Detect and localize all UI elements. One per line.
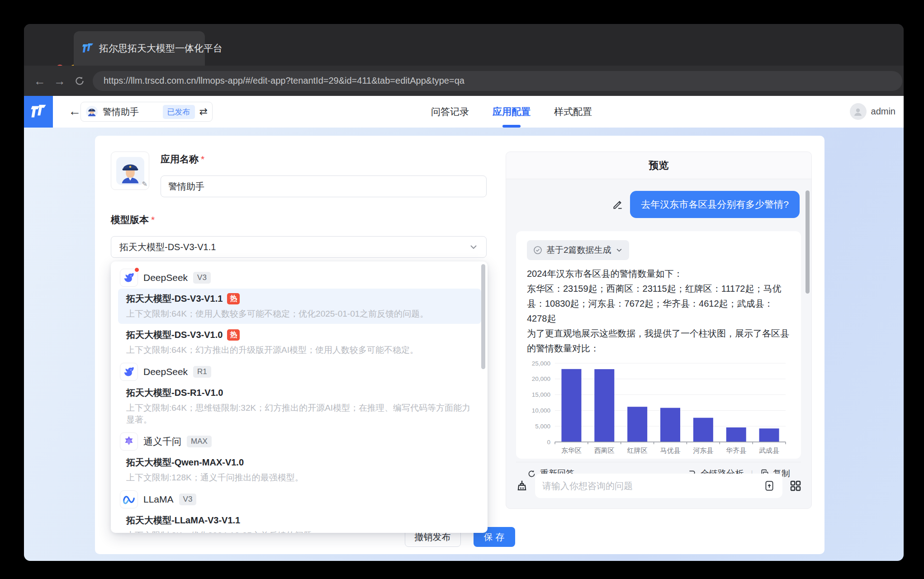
- svg-text:河东县: 河东县: [693, 446, 713, 454]
- user-menu[interactable]: admin: [850, 103, 896, 120]
- deepseek-icon: [120, 363, 138, 381]
- app-name-input[interactable]: [161, 176, 487, 197]
- tab-样式配置[interactable]: 样式配置: [554, 96, 592, 128]
- bar-chart: 05,00010,00015,00020,00025,000东华区西蔺区红牌区马…: [527, 358, 790, 461]
- app-header: ← 警情助手 已发布 ⇄ 问答记录应用配置样式配置 admin: [24, 96, 904, 128]
- forward-icon[interactable]: →: [54, 75, 66, 87]
- user-message-bubble: 去年汉东市各区县分别有多少警情?: [630, 191, 800, 218]
- model-option[interactable]: 拓天大模型-DS-R1-V1.0上下文限制:64K；思维链限制:32K；幻方推出…: [118, 383, 481, 430]
- address-bar[interactable]: https://llm.trscd.com.cn/llmops-app/#/ed…: [93, 71, 902, 91]
- browser-window: 拓尔思拓天大模型一体化平台 ← → https://llm.trscd.com.…: [24, 24, 904, 561]
- header-tabs: 问答记录应用配置样式配置: [431, 96, 592, 128]
- status-badge: 已发布: [163, 105, 195, 119]
- preview-title: 预览: [506, 152, 811, 179]
- source-pill[interactable]: 基于2篇数据生成: [527, 240, 629, 260]
- back-arrow-icon[interactable]: ←: [68, 104, 81, 119]
- chat-input[interactable]: 请输入你想咨询的问题: [535, 474, 782, 498]
- preview-panel: 预览 去年汉东市各区县分别有多少警情? 基: [506, 152, 812, 509]
- assistant-message-card: 基于2篇数据生成 2024年汉东市各区县的警情数量如下：东华区：23159起；西…: [516, 231, 801, 459]
- tab-问答记录[interactable]: 问答记录: [431, 96, 469, 128]
- chevron-down-icon: [616, 247, 623, 254]
- browser-tab[interactable]: 拓尔思拓天大模型一体化平台: [74, 31, 205, 66]
- svg-text:20,000: 20,000: [532, 375, 550, 382]
- svg-text:25,000: 25,000: [532, 360, 550, 367]
- provider-name: 通义千问: [143, 435, 181, 448]
- deepseek-icon: [120, 269, 138, 287]
- svg-text:东华区: 东华区: [561, 446, 582, 454]
- chevron-down-icon: [469, 242, 478, 252]
- app-logo[interactable]: [24, 96, 53, 128]
- svg-text:5,000: 5,000: [535, 423, 550, 430]
- provider-name: DeepSeek: [143, 366, 188, 377]
- provider-version-badge: R1: [193, 366, 211, 378]
- svg-text:华齐县: 华齐县: [725, 446, 746, 454]
- check-circle-icon: [533, 246, 542, 255]
- provider-version-badge: MAX: [187, 436, 212, 447]
- model-group-header: DeepSeekR1: [116, 361, 483, 383]
- app-avatar-upload[interactable]: ✎: [111, 152, 149, 190]
- svg-text:15,000: 15,000: [532, 391, 550, 398]
- app-selector[interactable]: 警情助手 已发布 ⇄: [81, 102, 213, 122]
- model-select[interactable]: 拓天大模型-DS-V3-V1.1: [111, 236, 487, 258]
- bar-武成县: [759, 428, 779, 442]
- main-area: ✎ 应用名称* 模型版本* 拓天大模型-DS-V3-V1.1 DeepSeekV…: [24, 128, 904, 561]
- app-name: 警情助手: [103, 106, 158, 118]
- bar-马优县: [660, 408, 680, 442]
- bar-华齐县: [726, 427, 746, 442]
- upload-file-icon[interactable]: [763, 480, 775, 492]
- provider-version-badge: V3: [193, 272, 211, 284]
- model-version-label: 模型版本*: [111, 214, 155, 226]
- config-card: ✎ 应用名称* 模型版本* 拓天大模型-DS-V3-V1.1 DeepSeekV…: [95, 136, 824, 554]
- notification-dot: [134, 267, 140, 273]
- svg-text:10,000: 10,000: [532, 407, 550, 414]
- model-option[interactable]: 拓天大模型-DS-V3-V1.0热上下文限制:64K；幻方推出的升级版开源AI模…: [118, 325, 481, 360]
- tab-应用配置[interactable]: 应用配置: [493, 96, 531, 128]
- qwen-icon: [120, 432, 138, 451]
- apps-grid-icon[interactable]: [789, 479, 802, 493]
- bar-河东县: [693, 418, 713, 442]
- model-dropdown-list: DeepSeekV3拓天大模型-DS-V3-V1.1热上下文限制:64K；使用人…: [116, 267, 483, 533]
- browser-toolbar: ← → https://llm.trscd.com.cn/llmops-app/…: [24, 66, 904, 96]
- edit-question-icon[interactable]: [612, 199, 624, 210]
- model-select-value: 拓天大模型-DS-V3-V1.1: [119, 241, 216, 253]
- model-option[interactable]: 拓天大模型-Qwen-MAX-V1.0上下文限制:128K；通义千问推出的最强模…: [118, 452, 481, 488]
- back-icon[interactable]: ←: [34, 75, 46, 87]
- divider: [516, 462, 801, 462]
- svg-text:武成县: 武成县: [759, 446, 779, 454]
- favicon-logo-icon: [82, 43, 94, 54]
- police-avatar-large-icon: [116, 157, 144, 185]
- dropdown-scrollbar[interactable]: [481, 264, 485, 369]
- svg-text:西蔺区: 西蔺区: [594, 446, 615, 454]
- required-asterisk: *: [151, 214, 155, 225]
- provider-name: LLaMA: [143, 494, 174, 505]
- user-avatar: [850, 103, 867, 120]
- bar-红牌区: [627, 407, 647, 442]
- model-group-header: LLaMAV3: [116, 489, 483, 510]
- browser-titlebar: 拓尔思拓天大模型一体化平台: [24, 24, 904, 66]
- police-avatar-icon: [85, 105, 98, 118]
- clear-history-icon[interactable]: [515, 479, 529, 493]
- bar-西蔺区: [594, 369, 614, 442]
- provider-version-badge: V3: [179, 494, 197, 505]
- llama-icon: [120, 490, 138, 508]
- trs-logo-icon: [30, 104, 47, 120]
- reload-icon[interactable]: [74, 75, 85, 87]
- model-option[interactable]: 拓天大模型-LLaMA-V3-V1.1上下文限制:8K；优化2024-12-25…: [118, 510, 481, 533]
- tab-title: 拓尔思拓天大模型一体化平台: [99, 42, 223, 55]
- edit-avatar-icon[interactable]: ✎: [142, 180, 147, 188]
- chat-input-placeholder: 请输入你想咨询的问题: [542, 480, 763, 492]
- svg-text:马优县: 马优县: [660, 446, 681, 454]
- svg-text:红牌区: 红牌区: [627, 446, 648, 454]
- required-asterisk: *: [201, 154, 204, 164]
- bar-东华区: [561, 369, 581, 442]
- url-text: https://llm.trscd.com.cn/llmops-app/#/ed…: [104, 76, 464, 86]
- preview-scrollbar[interactable]: [806, 190, 810, 294]
- model-option[interactable]: 拓天大模型-DS-V3-V1.1热上下文限制:64K；使用人数较多可能不稳定；优…: [118, 289, 481, 324]
- svg-text:0: 0: [547, 439, 550, 446]
- chat-input-row: 请输入你想咨询的问题: [506, 463, 811, 508]
- provider-name: DeepSeek: [143, 272, 188, 283]
- username: admin: [871, 106, 896, 117]
- answer-text: 2024年汉东市各区县的警情数量如下：东华区：23159起；西蔺区：23115起…: [527, 266, 790, 356]
- switch-app-icon[interactable]: ⇄: [199, 106, 208, 118]
- app-name-label: 应用名称*: [161, 153, 204, 166]
